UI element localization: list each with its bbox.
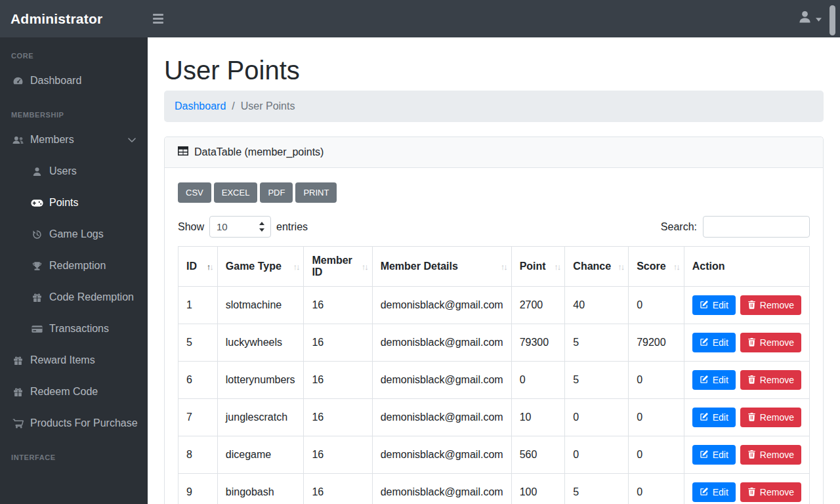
gift-icon [30,293,43,303]
cell-point: 560 [511,436,565,474]
sidebar-item-label: Products For Purchase [30,417,138,429]
edit-button[interactable]: Edit [692,370,736,390]
main-content: User Points Dashboard / User Points Data… [148,37,840,504]
cell-game-type: junglescratch [217,399,304,436]
edit-button[interactable]: Edit [692,408,736,427]
export-csv-button[interactable]: CSV [178,182,211,203]
edit-button-label: Edit [713,375,728,385]
sidebar-item-game-logs[interactable]: Game Logs [0,219,148,250]
edit-button-label: Edit [713,412,728,423]
remove-button[interactable]: Remove [740,370,801,390]
remove-button[interactable]: Remove [740,445,801,465]
table-row: 5luckywheels16demonisblack@gmail.com7930… [178,324,810,362]
sidebar-item-label: Points [49,197,78,209]
remove-button[interactable]: Remove [740,408,801,427]
cell-member-id: 16 [304,474,372,504]
remove-button[interactable]: Remove [740,333,801,352]
sidebar-item-users[interactable]: Users [0,156,148,187]
trash-icon [747,487,756,498]
table-row: 9bingobash16demonisblack@gmail.com10050E… [178,474,810,504]
sidebar-item-transactions[interactable]: Transactions [0,313,148,345]
sort-arrows-icon: ↑↓ [618,262,623,272]
remove-button-label: Remove [760,487,794,497]
credit-card-icon [30,325,43,333]
remove-button[interactable]: Remove [740,295,801,315]
cell-score: 0 [629,399,684,436]
cell-member-id: 16 [304,287,372,324]
user-icon [798,10,812,26]
breadcrumb-dashboard-link[interactable]: Dashboard [175,100,226,112]
sidebar-item-redeem-code[interactable]: Redeem Code [0,376,148,408]
column-header-score[interactable]: Score↑↓ [629,247,684,287]
cell-chance: 5 [565,324,629,362]
entries-label: entries [276,221,308,233]
page-length-select[interactable]: 10 [209,216,271,238]
sidebar-item-products-for-purchase[interactable]: Products For Purchase [0,408,148,439]
column-header-member-details[interactable]: Member Details↑↓ [372,247,511,287]
sidebar-item-label: Transactions [49,323,109,335]
sidebar-item-label: Dashboard [30,75,81,87]
cell-chance: 0 [565,399,629,436]
user-menu[interactable] [798,10,822,26]
column-header-action: Action [684,247,809,287]
edit-button-label: Edit [713,337,728,348]
brand[interactable]: Administrator [10,0,102,37]
sort-arrows-icon: ↑↓ [293,262,299,272]
top-navbar: Administrator [0,0,840,37]
sidebar-item-redemption[interactable]: Redemption [0,250,148,282]
column-header-point[interactable]: Point↑↓ [511,247,565,287]
column-header-chance[interactable]: Chance↑↓ [565,247,629,287]
cell-point: 79300 [511,324,565,362]
edit-button[interactable]: Edit [692,445,736,465]
chevron-down-icon [128,138,136,142]
trash-icon [747,375,756,386]
column-label: Action [692,261,725,272]
export-pdf-button[interactable]: PDF [260,182,293,203]
cell-id: 7 [178,399,218,436]
cell-game-type: luckywheels [217,324,304,362]
export-print-button[interactable]: PRINT [295,182,337,203]
sidebar-item-reward-items[interactable]: Reward Items [0,345,148,376]
cell-member-id: 16 [304,436,372,474]
remove-button-label: Remove [760,450,794,460]
edit-button[interactable]: Edit [692,295,736,315]
cell-game-type: dicegame [217,436,304,474]
cell-member-details: demonisblack@gmail.com [372,287,511,324]
cell-id: 9 [178,474,218,504]
search-control: Search: [661,216,810,238]
show-label: Show [178,221,204,233]
hamburger-icon[interactable] [153,14,163,24]
table-row: 1slotmachine16demonisblack@gmail.com2700… [178,287,810,324]
edit-button[interactable]: Edit [692,333,736,352]
export-excel-button[interactable]: EXCEL [214,182,258,203]
cell-member-details: demonisblack@gmail.com [372,436,511,474]
sidebar-item-dashboard[interactable]: Dashboard [0,65,148,96]
sidebar-item-code-redemption[interactable]: Code Redemption [0,282,148,313]
edit-button[interactable]: Edit [692,482,736,502]
table-row: 6lotterynumbers16demonisblack@gmail.com0… [178,362,810,399]
column-header-member-id[interactable]: Member ID↑↓ [304,247,372,287]
cell-score: 0 [629,474,684,504]
column-label: ID [186,261,197,272]
sidebar-item-points[interactable]: Points [0,187,148,219]
remove-button[interactable]: Remove [740,482,801,502]
column-label: Member Details [381,261,458,272]
edit-icon [700,487,709,498]
cell-score: 0 [629,287,684,324]
scrollbar-thumb[interactable] [830,5,835,35]
cell-member-id: 16 [304,324,372,362]
sidebar-item-members[interactable]: Members [0,124,148,156]
cell-point: 2700 [511,287,565,324]
column-header-game-type[interactable]: Game Type↑↓ [217,247,304,287]
column-header-id[interactable]: ID↑↓ [178,247,218,287]
cell-score: 0 [629,436,684,474]
search-input[interactable] [703,216,810,238]
trash-icon [747,412,756,423]
cell-chance: 0 [565,436,629,474]
tachometer-icon [11,76,24,86]
cell-member-details: demonisblack@gmail.com [372,474,511,504]
search-label: Search: [661,221,697,233]
sidebar-item-label: Game Logs [49,228,104,240]
cell-game-type: lotterynumbers [217,362,304,399]
sort-arrows-icon: ↑↓ [673,262,679,272]
